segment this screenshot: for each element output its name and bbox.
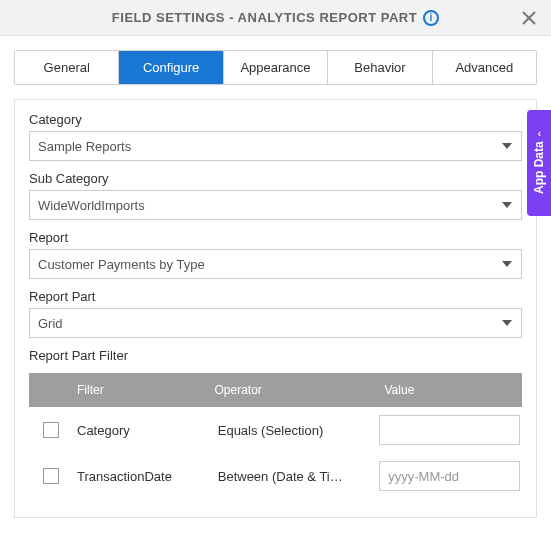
report-select-wrap <box>29 249 522 279</box>
filter-operator: Between (Date & Ti… <box>218 469 380 484</box>
filter-header-value: Value <box>365 383 523 397</box>
filter-checkbox[interactable] <box>43 422 59 438</box>
filter-name: TransactionDate <box>73 469 218 484</box>
subcategory-select-wrap <box>29 190 522 220</box>
dialog-title: FIELD SETTINGS - ANALYTICS REPORT PART <box>112 10 417 25</box>
app-data-side-tab[interactable]: App Data ‹ <box>527 110 551 216</box>
side-tab-inner: App Data ‹ <box>532 132 546 194</box>
chevron-left-icon: ‹ <box>537 128 540 139</box>
filter-checkbox[interactable] <box>43 468 59 484</box>
field-category: Category <box>29 112 522 161</box>
report-part-select-wrap <box>29 308 522 338</box>
configure-panel: Category Sub Category Report Report Part… <box>14 99 537 518</box>
subcategory-label: Sub Category <box>29 171 522 186</box>
filter-value-input[interactable] <box>379 461 520 491</box>
close-button[interactable] <box>519 8 539 28</box>
report-select[interactable] <box>29 249 522 279</box>
tab-general[interactable]: General <box>15 51 119 84</box>
category-select[interactable] <box>29 131 522 161</box>
side-tab-label: App Data <box>532 141 546 194</box>
filter-table-header: Filter Operator Value <box>29 373 522 407</box>
report-label: Report <box>29 230 522 245</box>
close-icon <box>522 11 536 25</box>
tab-configure[interactable]: Configure <box>119 51 223 84</box>
filter-header-operator: Operator <box>215 383 365 397</box>
filter-name: Category <box>73 423 218 438</box>
info-icon[interactable]: i <box>423 10 439 26</box>
tab-advanced[interactable]: Advanced <box>433 51 536 84</box>
field-report-part: Report Part <box>29 289 522 338</box>
filter-row: TransactionDate Between (Date & Ti… <box>29 453 522 499</box>
filter-header-filter: Filter <box>73 383 215 397</box>
filter-operator: Equals (Selection) <box>218 423 380 438</box>
tab-behavior[interactable]: Behavior <box>328 51 432 84</box>
subcategory-select[interactable] <box>29 190 522 220</box>
field-report: Report <box>29 230 522 279</box>
dialog-title-wrap: FIELD SETTINGS - ANALYTICS REPORT PART i <box>112 10 439 26</box>
tab-bar: General Configure Appearance Behavior Ad… <box>14 50 537 85</box>
filter-value-input[interactable] <box>379 415 520 445</box>
field-subcategory: Sub Category <box>29 171 522 220</box>
tab-appearance[interactable]: Appearance <box>224 51 328 84</box>
category-select-wrap <box>29 131 522 161</box>
dialog-header: FIELD SETTINGS - ANALYTICS REPORT PART i <box>0 0 551 36</box>
report-part-label: Report Part <box>29 289 522 304</box>
report-part-select[interactable] <box>29 308 522 338</box>
filter-row: Category Equals (Selection) <box>29 407 522 453</box>
category-label: Category <box>29 112 522 127</box>
filter-section-title: Report Part Filter <box>29 348 522 363</box>
